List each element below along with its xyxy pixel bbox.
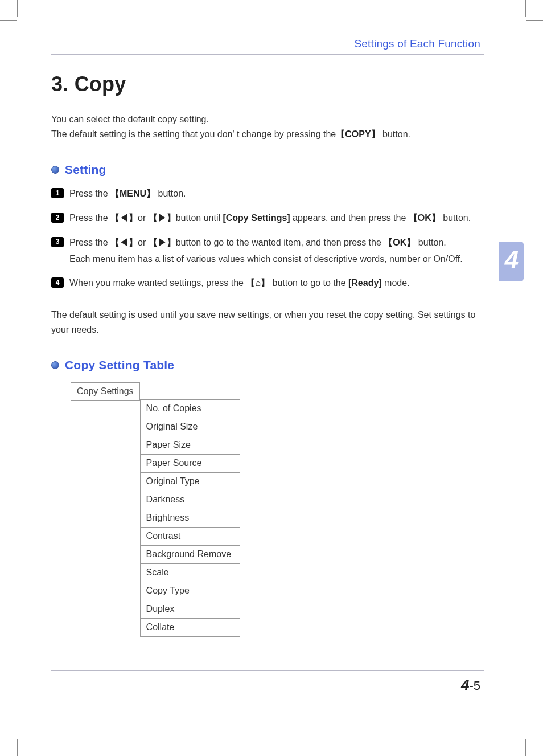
- step-3-continuation: Each menu item has a list of various val…: [69, 252, 484, 267]
- ok-key-label: 【OK】: [384, 238, 416, 247]
- ready-mode-label: [Ready]: [348, 278, 382, 288]
- table-row: Background Remove: [140, 546, 240, 564]
- table-row: Contrast: [140, 528, 240, 546]
- table-items-column: No. of Copies Original Size Paper Size P…: [140, 399, 240, 637]
- home-key-label: 【⌂】: [246, 278, 270, 288]
- step-4-body: When you make wanted settings, press the…: [69, 276, 484, 291]
- text: Press the: [69, 238, 110, 247]
- page-number: 4-5: [51, 676, 480, 694]
- intro-line-2-post: button.: [380, 129, 410, 139]
- content-area: Settings of Each Function 3. Copy You ca…: [51, 38, 484, 694]
- section-title-text: Copy: [75, 72, 126, 96]
- text: When you make wanted settings, press the: [69, 278, 246, 288]
- section-dot: .: [63, 72, 68, 96]
- table-row: Scale: [140, 564, 240, 582]
- header: Settings of Each Function: [51, 38, 484, 55]
- text: Press the: [69, 213, 110, 223]
- copy-settings-label: [Copy Settings]: [223, 213, 290, 223]
- table-row: Copy Type: [140, 582, 240, 600]
- intro-line-2: The default setting is the setting that …: [51, 127, 484, 142]
- after-steps-paragraph: The default setting is used until you sa…: [51, 308, 484, 337]
- text: The default setting is used until you sa…: [51, 310, 415, 320]
- step-1-body: Press the 【MENU】 button.: [69, 187, 484, 201]
- table-row: Duplex: [140, 600, 240, 619]
- left-arrow-key-label: 【◀】: [110, 213, 138, 223]
- step-3: 3 Press the 【◀】or 【▶】button to go to the…: [51, 236, 484, 267]
- text: mode.: [382, 278, 410, 288]
- page-number-chapter: 4: [461, 676, 469, 693]
- intro-line-1: You can select the default copy setting.: [51, 112, 484, 127]
- text: button until: [176, 213, 223, 223]
- text: appears, and then press the: [290, 213, 409, 223]
- table-row: Brightness: [140, 509, 240, 528]
- table-row: Original Type: [140, 473, 240, 491]
- chapter-side-tab: 4: [499, 242, 524, 281]
- page: 4 Settings of Each Function 3. Copy You …: [0, 0, 543, 756]
- intro-paragraph: You can select the default copy setting.…: [51, 112, 484, 141]
- right-arrow-key-label: 【▶】: [149, 238, 176, 247]
- step-2-number: 2: [51, 213, 64, 223]
- page-number-page: 5: [474, 679, 480, 693]
- header-divider: [51, 54, 484, 55]
- section-title: 3. Copy: [51, 72, 484, 96]
- table-row: Collate: [140, 619, 240, 637]
- table-row: Darkness: [140, 491, 240, 509]
- step-4-number: 4: [51, 277, 64, 288]
- text: or: [138, 213, 149, 223]
- bullet-icon: [51, 166, 59, 174]
- subsection-setting-title: Setting: [65, 163, 106, 177]
- ok-key-label: 【OK】: [409, 213, 441, 223]
- step-3-body: Press the 【◀】or 【▶】button to go to the w…: [69, 236, 484, 267]
- step-1: 1 Press the 【MENU】 button.: [51, 187, 484, 201]
- text: button to go to the wanted item, and the…: [176, 238, 384, 247]
- chapter-name: Settings of Each Function: [51, 38, 480, 50]
- text: or: [138, 238, 149, 247]
- copy-key-label: 【COPY】: [336, 129, 380, 139]
- copy-setting-table: Copy Settings No. of Copies Original Siz…: [71, 382, 484, 637]
- right-arrow-key-label: 【▶】: [149, 213, 176, 223]
- table-row: Paper Size: [140, 436, 240, 455]
- subsection-setting: Setting: [51, 163, 484, 177]
- text: button.: [155, 189, 186, 198]
- intro-line-2-pre: The default setting is the setting that …: [51, 129, 336, 139]
- section-number: 3: [51, 72, 63, 96]
- text: button.: [416, 238, 446, 247]
- step-3-number: 3: [51, 237, 64, 247]
- chapter-side-tab-number: 4: [505, 246, 519, 274]
- steps-list: 1 Press the 【MENU】 button. 2 Press the 【…: [51, 187, 484, 291]
- text: button to go to the: [270, 278, 348, 288]
- page-number-sep: -: [469, 679, 473, 693]
- step-2-body: Press the 【◀】or 【▶】button until [Copy Se…: [69, 211, 484, 226]
- table-row: No. of Copies: [140, 400, 240, 418]
- table-row: Paper Source: [140, 455, 240, 473]
- step-1-number: 1: [51, 188, 64, 198]
- menu-key-label: 【MENU】: [110, 189, 155, 198]
- bullet-icon: [51, 361, 59, 369]
- text: button.: [441, 213, 471, 223]
- subsection-copy-setting-table: Copy Setting Table: [51, 358, 484, 372]
- step-4: 4 When you make wanted settings, press t…: [51, 276, 484, 291]
- text: Press the: [69, 189, 110, 198]
- step-2: 2 Press the 【◀】or 【▶】button until [Copy …: [51, 211, 484, 226]
- table-lead-cell: Copy Settings: [71, 382, 140, 401]
- footer-divider: [51, 670, 484, 671]
- table-row: Original Size: [140, 418, 240, 436]
- left-arrow-key-label: 【◀】: [110, 238, 138, 247]
- subsection-table-title: Copy Setting Table: [65, 358, 174, 372]
